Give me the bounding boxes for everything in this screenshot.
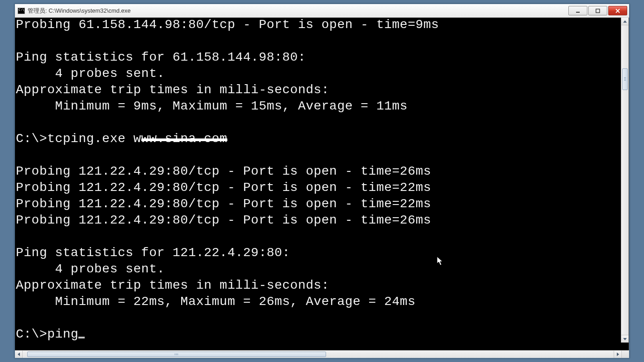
- svg-rect-0: [576, 12, 580, 13]
- maximize-button[interactable]: [588, 6, 607, 15]
- titlebar[interactable]: 管理员: C:\Windows\system32\cmd.exe: [15, 4, 629, 18]
- cmd-window: 管理员: C:\Windows\system32\cmd.exe Probing…: [14, 4, 630, 358]
- cmd-icon: [18, 8, 25, 14]
- terminal-area: Probing 61.158.144.98:80/tcp - Port is o…: [15, 18, 629, 358]
- terminal-output: Probing 61.158.144.98:80/tcp - Port is o…: [15, 18, 629, 343]
- redaction-overlay: [141, 138, 227, 141]
- scroll-up-button[interactable]: [621, 18, 629, 25]
- svg-rect-1: [596, 9, 600, 13]
- window-title: 管理员: C:\Windows\system32\cmd.exe: [28, 7, 131, 15]
- window-controls: [568, 6, 627, 15]
- terminal-body[interactable]: Probing 61.158.144.98:80/tcp - Port is o…: [15, 18, 629, 350]
- horizontal-scrollbar[interactable]: [15, 350, 629, 358]
- scroll-down-button[interactable]: [621, 335, 629, 343]
- scroll-right-button[interactable]: [614, 351, 621, 358]
- scrollbar-corner: [621, 351, 629, 358]
- horizontal-scroll-track[interactable]: [23, 351, 629, 358]
- vertical-scrollbar[interactable]: [621, 18, 629, 343]
- vertical-scroll-thumb[interactable]: [622, 68, 628, 90]
- horizontal-scroll-thumb[interactable]: [27, 352, 326, 357]
- scroll-left-button[interactable]: [15, 351, 23, 358]
- minimize-button[interactable]: [568, 6, 587, 15]
- close-button[interactable]: [608, 6, 627, 15]
